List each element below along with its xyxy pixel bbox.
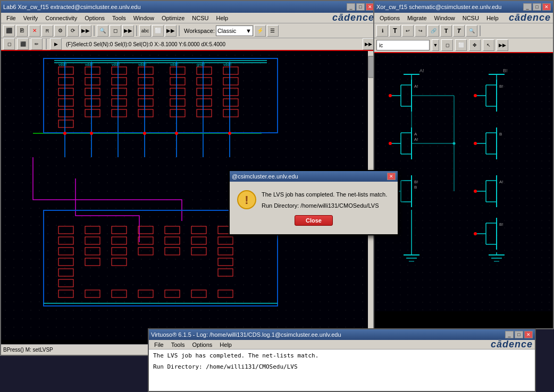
toolbar-btn-5[interactable]: ⟳ <box>67 25 79 37</box>
menu-verify[interactable]: Verify <box>20 14 41 22</box>
right-tb-6[interactable]: T <box>440 25 452 37</box>
right-menu-migrate[interactable]: Migrate <box>404 14 430 22</box>
right-window-title: Xor_cw_f15 schematic@csimcluster.ee.unlv… <box>376 4 523 10</box>
right-tb-2[interactable]: T <box>389 25 401 37</box>
log-cadence-brand: cādence <box>491 339 533 350</box>
right-tb-sel3[interactable]: ✥ <box>469 39 481 51</box>
dialog-text-area: The LVS job has completed. The net-lists… <box>262 190 387 210</box>
right-tb-last[interactable]: ▶▶ <box>497 39 508 51</box>
toolbar-btn-zoom[interactable]: 🔍 <box>97 25 108 37</box>
right-tb-3[interactable]: ↩ <box>402 25 414 37</box>
toolbar-btn-arrow[interactable]: ▶▶ <box>80 25 91 37</box>
menu-help[interactable]: Help <box>213 14 231 22</box>
right-window: Xor_cw_f15 schematic@csimcluster.ee.unlv… <box>373 0 554 329</box>
svg-text:A!: A! <box>419 68 424 73</box>
right-window-controls: _ □ ✕ <box>523 3 551 11</box>
right-tb-sel1[interactable]: ◻ <box>441 39 453 51</box>
toolbar-btn-9[interactable]: ⚡ <box>254 25 266 37</box>
toolbar-btn-6[interactable]: ◻ <box>110 25 121 37</box>
toolbar2-btn-1[interactable]: ◻ <box>3 38 15 50</box>
right-window-titlebar: Xor_cw_f15 schematic@csimcluster.ee.unlv… <box>374 1 553 13</box>
right-tb-sel2[interactable]: ⬜ <box>455 39 467 51</box>
right-tb-7[interactable]: T <box>453 25 465 37</box>
toolbar-btn-arrow2[interactable]: ▶▶ <box>122 25 134 37</box>
toolbar-btn-8[interactable]: ⬜ <box>152 25 164 37</box>
dialog-close-x[interactable]: ✕ <box>387 173 396 180</box>
right-input[interactable]: ic <box>376 40 430 50</box>
toolbar2-btn-2[interactable]: ⬛ <box>17 38 29 50</box>
svg-point-89 <box>228 132 231 135</box>
log-window-controls: _ □ ✕ <box>505 331 533 338</box>
svg-text:B: B <box>499 132 502 137</box>
svg-text:vdd!!: vdd!! <box>223 63 231 66</box>
left-window-controls: _ □ ✕ <box>347 3 374 11</box>
log-close-button[interactable]: ✕ <box>524 331 533 338</box>
dialog-close-button[interactable]: Close <box>295 215 333 226</box>
menu-tools[interactable]: Tools <box>109 14 129 22</box>
menu-options[interactable]: Options <box>81 14 108 22</box>
statusbar-text: BPress() M: setLVSP <box>3 347 53 353</box>
left-window-title: Lab6 Xor_cw_f15 extracted@csimcluster.ee… <box>3 4 347 10</box>
menu-ncsu[interactable]: NCSU <box>189 14 212 22</box>
svg-text:vdd!!: vdd!! <box>85 63 93 66</box>
right-tb-5[interactable]: 🔗 <box>427 25 439 37</box>
toolbar2-btn-last[interactable]: ▶▶ <box>363 38 374 50</box>
toolbar-btn-arrow3[interactable]: ▶▶ <box>165 25 177 37</box>
toolbar-btn-7[interactable]: abc <box>139 25 151 37</box>
right-tb-1[interactable]: ℹ <box>376 25 388 37</box>
dialog-titlebar: @csimcluster.ee.unlv.edu ✕ <box>230 171 398 182</box>
menu-connectivity[interactable]: Connectivity <box>42 14 80 22</box>
log-content-area[interactable]: The LVS job has completed. The net-lists… <box>149 350 535 391</box>
right-tb-zoom2[interactable]: 🔍 <box>466 25 477 37</box>
log-menu-help[interactable]: Help <box>216 340 235 349</box>
log-brand-area: cādence <box>491 339 533 350</box>
log-title: Virtuoso® 6.1.5 - Log: /home/willi131/CD… <box>151 331 341 338</box>
left-menubar: File Verify Connectivity Options Tools W… <box>1 13 376 23</box>
toolbar-btn-1[interactable]: ⬛ <box>3 25 15 37</box>
menu-window[interactable]: Window <box>130 14 157 22</box>
log-menubar: File Tools Options Help cādence <box>149 340 535 350</box>
svg-text:B!: B! <box>414 180 418 184</box>
log-menu-tools[interactable]: Tools <box>168 340 188 349</box>
log-menu-options[interactable]: Options <box>189 340 215 349</box>
svg-point-108 <box>389 94 392 97</box>
right-menu-window[interactable]: Window <box>431 14 458 22</box>
right-brand-area: cādence <box>509 12 551 23</box>
right-menubar: Options Migrate Window NCSU Help cādence <box>374 13 553 23</box>
toolbar2-btn-arrow[interactable]: ▶ <box>50 38 62 50</box>
toolbar-btn-r[interactable]: R <box>41 25 53 37</box>
log-maximize-button[interactable]: □ <box>515 331 523 338</box>
workspace-label: Workspace: <box>184 28 215 34</box>
maximize-button[interactable]: □ <box>356 3 365 11</box>
right-menu-options[interactable]: Options <box>376 14 403 22</box>
svg-text:A!: A! <box>414 84 418 89</box>
log-menu-file[interactable]: File <box>151 340 167 349</box>
toolbar-btn-2[interactable]: 🖹 <box>16 25 28 37</box>
right-maximize-button[interactable]: □ <box>533 3 541 11</box>
minimize-button[interactable]: _ <box>347 3 355 11</box>
dialog-line1: The LVS job has completed. The net-lists… <box>262 190 387 199</box>
toolbar-btn-4[interactable]: ⚙ <box>54 25 66 37</box>
toolbar-btn-close[interactable]: ✕ <box>29 25 40 37</box>
menu-optimize[interactable]: Optimize <box>158 14 188 22</box>
workspace-dropdown[interactable]: Classic ▼ <box>216 25 253 36</box>
svg-point-145 <box>474 190 477 193</box>
right-menu-ncsu[interactable]: NCSU <box>459 14 482 22</box>
right-tb-4[interactable]: ↪ <box>415 25 426 37</box>
menu-file[interactable]: File <box>3 14 19 22</box>
right-menu-help[interactable]: Help <box>483 14 502 22</box>
right-minimize-button[interactable]: _ <box>523 3 532 11</box>
log-window: Virtuoso® 6.1.5 - Log: /home/willi131/CD… <box>148 328 536 392</box>
right-tb-dropdown[interactable]: ▼ <box>432 39 439 51</box>
svg-point-87 <box>143 132 146 135</box>
right-toolbar2: ic ▼ ◻ ⬜ ✥ ↖ ▶▶ <box>374 38 553 53</box>
sep3 <box>179 25 180 36</box>
toolbar2-btn-3[interactable]: ✏ <box>31 38 43 50</box>
svg-point-115 <box>389 142 392 145</box>
right-tb-cursor[interactable]: ↖ <box>483 39 494 51</box>
log-minimize-button[interactable]: _ <box>505 331 514 338</box>
right-close-button[interactable]: ✕ <box>542 3 551 11</box>
right-sep1 <box>480 25 481 36</box>
svg-text:B!: B! <box>499 84 503 89</box>
toolbar-btn-10[interactable]: ☰ <box>267 25 279 37</box>
